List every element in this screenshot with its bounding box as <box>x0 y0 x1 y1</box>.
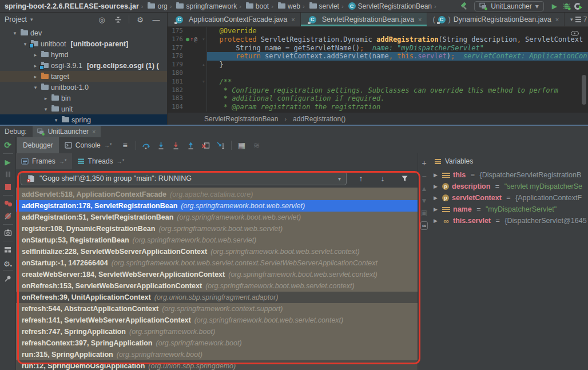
coverage-icon[interactable] <box>572 3 583 10</box>
breadcrumb-class[interactable]: ServletRegistrationBean <box>204 115 278 123</box>
fold-marker-icon[interactable] <box>201 86 207 95</box>
tab-console[interactable]: Console →* <box>59 137 118 153</box>
breadcrumb-item[interactable]: › servlet <box>300 2 339 10</box>
layout-menu-icon[interactable]: ≡ <box>118 138 133 152</box>
expand-icon[interactable]: ▶ <box>434 184 439 189</box>
frame-row[interactable]: run:12, SpringDemoOsgiApplication(org.un… <box>16 360 418 370</box>
run-to-cursor-button[interactable] <box>213 138 228 152</box>
frame-row[interactable]: createWebServer:184, ServletWebServerApp… <box>16 269 418 280</box>
evaluate-expression-button[interactable]: ▦ <box>235 138 249 152</box>
frame-row[interactable]: register:108, DynamicRegistrationBean(or… <box>16 223 418 234</box>
gutter-marks[interactable] <box>186 86 201 95</box>
inline-values-button[interactable]: ≋ <box>249 138 264 152</box>
frame-row[interactable]: run:315, SpringApplication(org.springfra… <box>16 349 418 360</box>
tree-toggle-icon[interactable]: ▾ <box>42 106 49 112</box>
remove-watch-button[interactable]: − <box>422 172 426 180</box>
move-watch-up-button[interactable]: ▲ <box>421 185 428 192</box>
debug-session-tab[interactable]: UnitLauncher × <box>33 126 101 137</box>
gutter-marks[interactable]: ●↑@ <box>186 35 201 44</box>
step-over-button[interactable] <box>139 138 154 152</box>
mute-breakpoints-button[interactable] <box>1 210 15 222</box>
add-watch-button[interactable]: + <box>422 159 426 167</box>
fold-marker-icon[interactable] <box>201 52 207 61</box>
move-watch-down-button[interactable]: ▼ <box>421 197 428 204</box>
expand-icon[interactable]: ▶ <box>434 206 439 212</box>
pause-button[interactable] <box>1 168 15 181</box>
breadcrumb-method[interactable]: addRegistration() <box>293 115 345 123</box>
tab-frames[interactable]: Frames →* <box>16 153 72 169</box>
settings-gear-icon[interactable]: ⚙ <box>134 15 146 24</box>
collapse-all-button[interactable] <box>112 16 124 23</box>
frame-row[interactable]: onRefresh:39, UnitApplicationContext(org… <box>16 292 418 303</box>
breadcrumb-item[interactable]: › springframework <box>168 2 237 10</box>
expand-icon[interactable]: ▶ <box>434 195 439 201</box>
tree-toggle-icon[interactable]: ▸ <box>42 96 49 101</box>
project-tree-item[interactable]: ▾ dev <box>0 27 167 38</box>
close-icon[interactable]: × <box>291 16 295 23</box>
thread-select[interactable]: "Gogo shell"@1,350 in group "main": RUNN… <box>21 172 347 185</box>
gutter-marks[interactable] <box>186 61 201 69</box>
hidden-tabs-indicator[interactable]: ▾7 <box>565 13 588 26</box>
breadcrumb-item[interactable]: › org <box>139 2 168 10</box>
expand-icon[interactable]: ▶ <box>434 218 439 224</box>
gutter-marks[interactable] <box>186 44 201 53</box>
variable-row[interactable]: ▶ name = "myDispatcherServlet" <box>430 204 588 215</box>
code-line[interactable]: 178 return servletContext.addServlet(nam… <box>168 52 588 61</box>
frame-row[interactable]: refresh:747, SpringApplication(org.sprin… <box>16 326 418 337</box>
project-tree-item[interactable]: ▸ hymd <box>0 49 167 60</box>
project-tree-item[interactable]: ▾ unitboot [unitboot-parent] <box>0 38 167 49</box>
variable-row[interactable]: ▶ ∞ this.servlet = {DispatcherServlet@16… <box>430 215 588 226</box>
tree-toggle-icon[interactable]: ▸ <box>32 74 39 79</box>
code-line[interactable]: 177 String name = getServletName(); name… <box>168 44 588 53</box>
project-tree-item[interactable]: ▾ unitboot-1.0 <box>0 82 167 93</box>
duplicate-watch-button[interactable]: ▣ <box>421 209 427 216</box>
editor-tab[interactable]: C ApplicationContextFacade.java × <box>168 13 301 26</box>
fold-marker-icon[interactable] <box>201 94 207 103</box>
force-step-into-button[interactable] <box>169 138 184 152</box>
chevron-down-icon[interactable]: ▾ <box>30 17 33 22</box>
fold-marker-icon[interactable]: ▵ <box>201 61 207 69</box>
project-tree-item[interactable]: ▸ target <box>0 71 167 82</box>
inspection-eye-icon[interactable] <box>571 31 579 36</box>
gutter-marks[interactable] <box>186 52 201 61</box>
thread-dump-camera-button[interactable] <box>1 226 15 239</box>
gutter-marks[interactable] <box>186 27 201 35</box>
code-line[interactable]: 184 * @param registration the registrati… <box>168 103 588 112</box>
breadcrumb-item[interactable]: › web <box>269 2 300 10</box>
view-breakpoints-button[interactable] <box>1 197 15 210</box>
tree-toggle-icon[interactable]: ▸ <box>32 52 39 58</box>
drop-frame-button[interactable] <box>198 138 213 152</box>
build-hammer-icon[interactable] <box>458 2 470 11</box>
tab-debugger[interactable]: Debugger <box>17 137 59 153</box>
tree-toggle-icon[interactable]: ▾ <box>53 117 59 123</box>
frame-row[interactable]: addServlet:518, ApplicationContextFacade… <box>16 189 418 200</box>
code-line[interactable]: 181 ▿ /** <box>168 78 588 86</box>
rerun-button[interactable]: ⟳ <box>1 139 15 152</box>
project-panel-title[interactable]: Project <box>5 15 27 23</box>
close-icon[interactable]: × <box>92 128 96 135</box>
code-line[interactable]: 180 <box>168 69 588 78</box>
gutter-marks[interactable] <box>186 94 201 103</box>
project-tree-item[interactable]: ▾ unit <box>0 104 167 114</box>
code-line[interactable]: 176 ●↑@ ▿ protected ServletRegistration.… <box>168 35 588 44</box>
debugger-settings-button[interactable]: ⚙▾ <box>1 256 15 268</box>
editor-tab[interactable]: ( C ) DynamicRegistrationBean.java × <box>427 13 565 26</box>
fold-marker-icon[interactable] <box>201 27 207 35</box>
frame-row[interactable]: selfInitialize:228, ServletWebServerAppl… <box>16 246 418 257</box>
gutter-marks[interactable] <box>186 103 201 112</box>
frame-row[interactable]: refresh:141, ServletWebServerApplication… <box>16 315 418 326</box>
fold-marker-icon[interactable] <box>201 44 207 53</box>
pin-button[interactable] <box>1 272 15 285</box>
close-icon[interactable]: × <box>418 16 422 23</box>
tree-toggle-icon[interactable]: ▾ <box>32 85 39 90</box>
frame-row[interactable]: refresh:544, AbstractApplicationContext(… <box>16 303 418 315</box>
run-button[interactable]: ▶ <box>552 2 557 10</box>
close-icon[interactable]: × <box>555 16 559 23</box>
tree-toggle-icon[interactable]: ▾ <box>22 41 29 47</box>
debug-bug-icon[interactable] <box>561 2 572 10</box>
frame-row[interactable]: refreshContext:397, SpringApplication(or… <box>16 337 418 349</box>
editor-scrollbar[interactable] <box>582 75 586 105</box>
project-tree-item[interactable]: ▾ spring <box>0 114 167 125</box>
gutter-marks[interactable] <box>186 69 201 78</box>
editor-tab[interactable]: C ServletRegistrationBean.java × <box>301 13 428 26</box>
